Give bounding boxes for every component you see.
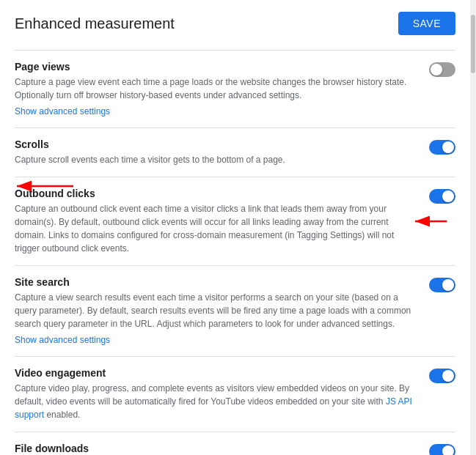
scrolls-toggle-slider <box>429 140 455 155</box>
scrolls-toggle-knob <box>442 141 454 153</box>
page-views-desc: Capture a page view event each time a pa… <box>15 75 417 102</box>
file-downloads-toggle[interactable] <box>429 444 455 455</box>
page-views-show-advanced-link[interactable]: Show advanced settings <box>15 106 110 116</box>
outbound-clicks-toggle-slider <box>429 189 455 204</box>
section-page-views: Page views Capture a page view event eac… <box>15 50 455 127</box>
file-downloads-toggle-knob <box>442 445 454 455</box>
main-content: Enhanced measurement SAVE Page views Cap… <box>0 0 470 455</box>
file-downloads-content: File downloads Capture a file download e… <box>15 443 417 455</box>
scrolls-title: Scrolls <box>15 138 417 150</box>
file-downloads-toggle-slider <box>429 444 455 455</box>
video-engagement-title: Video engagement <box>15 367 417 379</box>
scrolls-toggle-container <box>429 138 455 155</box>
outbound-clicks-desc: Capture an outbound click event each tim… <box>15 202 417 255</box>
video-engagement-toggle[interactable] <box>429 369 455 383</box>
page-views-content: Page views Capture a page view event eac… <box>15 61 417 117</box>
video-engagement-toggle-slider <box>429 369 455 383</box>
section-scrolls: Scrolls Capture scroll events each time … <box>15 127 455 177</box>
video-engagement-desc-text: Capture video play, progress, and comple… <box>15 383 409 407</box>
site-search-content: Site search Capture a view search result… <box>15 276 417 346</box>
site-search-desc: Capture a view search results event each… <box>15 291 417 330</box>
video-engagement-content: Video engagement Capture video play, pro… <box>15 367 417 421</box>
site-search-toggle[interactable] <box>429 278 455 292</box>
video-engagement-desc: Capture video play, progress, and comple… <box>15 382 417 421</box>
file-downloads-toggle-container <box>429 443 455 455</box>
file-downloads-title: File downloads <box>15 443 417 454</box>
outbound-clicks-title: Outbound clicks <box>15 188 417 199</box>
page-views-toggle-knob <box>431 64 442 75</box>
section-site-search: Site search Capture a view search result… <box>15 265 455 356</box>
section-file-downloads: File downloads Capture a file download e… <box>15 432 455 455</box>
red-arrow-toggle <box>411 215 455 227</box>
scrollbar[interactable] <box>470 0 476 455</box>
scrollbar-thumb[interactable] <box>471 15 475 73</box>
page-views-title: Page views <box>15 61 417 73</box>
section-outbound-clicks: Outbound clicks Capture an outbound clic… <box>15 177 455 265</box>
page-title: Enhanced measurement <box>15 15 175 32</box>
page-views-toggle[interactable] <box>429 62 455 77</box>
video-engagement-toggle-knob <box>442 370 454 382</box>
scrolls-content: Scrolls Capture scroll events each time … <box>15 138 417 166</box>
scrolls-desc: Capture scroll events each time a visito… <box>15 153 417 166</box>
outbound-clicks-toggle[interactable] <box>429 189 455 204</box>
outbound-clicks-toggle-knob <box>442 190 454 202</box>
section-video-engagement: Video engagement Capture video play, pro… <box>15 356 455 432</box>
page-views-toggle-container <box>429 61 455 77</box>
site-search-toggle-knob <box>442 279 454 291</box>
scrolls-toggle[interactable] <box>429 140 455 155</box>
save-button[interactable]: SAVE <box>398 12 455 35</box>
site-search-toggle-container <box>429 276 455 292</box>
page-views-toggle-slider <box>429 62 455 77</box>
outbound-clicks-toggle-container <box>429 188 455 204</box>
header: Enhanced measurement SAVE <box>15 12 455 35</box>
site-search-toggle-slider <box>429 278 455 292</box>
page-container: Enhanced measurement SAVE Page views Cap… <box>0 0 476 455</box>
video-engagement-desc-suffix: enabled. <box>46 410 80 420</box>
outbound-clicks-content: Outbound clicks Capture an outbound clic… <box>15 188 417 255</box>
video-engagement-toggle-container <box>429 367 455 383</box>
site-search-title: Site search <box>15 276 417 288</box>
site-search-show-advanced-link[interactable]: Show advanced settings <box>15 335 110 345</box>
